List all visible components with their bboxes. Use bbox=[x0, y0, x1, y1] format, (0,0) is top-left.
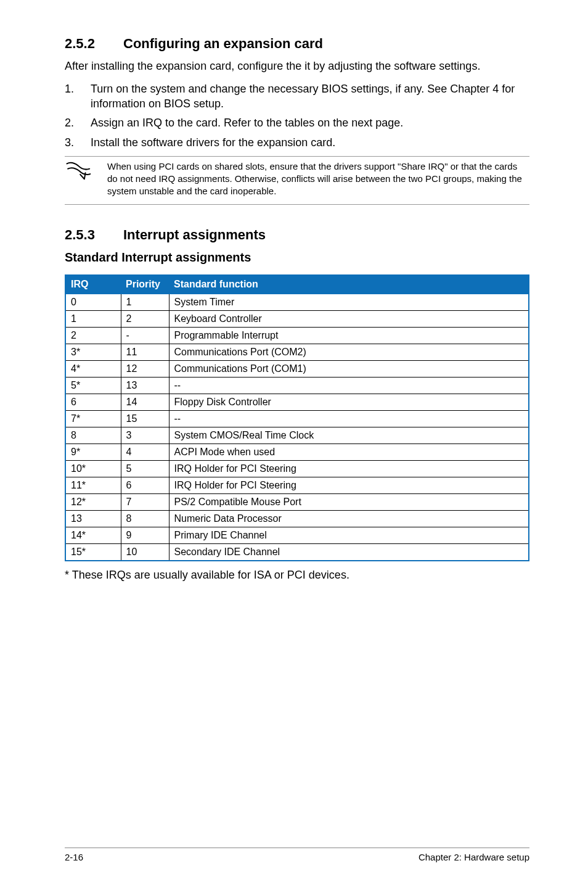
cell-irq: 12* bbox=[65, 493, 121, 510]
table-row: 138Numeric Data Processor bbox=[65, 510, 529, 527]
cell-func: Communications Port (COM1) bbox=[169, 360, 529, 377]
cell-priority: 7 bbox=[121, 493, 169, 510]
step-3: 3.Install the software drivers for the e… bbox=[65, 136, 529, 150]
cell-irq: 8 bbox=[65, 427, 121, 444]
section-title: Configuring an expansion card bbox=[123, 36, 323, 51]
table-row: 2-Programmable Interrupt bbox=[65, 327, 529, 344]
th-priority: Priority bbox=[121, 275, 169, 294]
section-number: 2.5.2 bbox=[65, 36, 123, 52]
cell-priority: 6 bbox=[121, 477, 169, 493]
table-row: 3*11Communications Port (COM2) bbox=[65, 344, 529, 360]
page-footer: 2-16 Chapter 2: Hardware setup bbox=[65, 848, 529, 862]
cell-irq: 2 bbox=[65, 327, 121, 344]
cell-priority: 11 bbox=[121, 344, 169, 360]
cell-irq: 10* bbox=[65, 460, 121, 477]
step-text: Install the software drivers for the exp… bbox=[91, 136, 335, 150]
cell-irq: 11* bbox=[65, 477, 121, 493]
step-text: Turn on the system and change the necess… bbox=[91, 82, 529, 111]
th-function: Standard function bbox=[169, 275, 529, 294]
cell-irq: 1 bbox=[65, 310, 121, 327]
cell-priority: 4 bbox=[121, 444, 169, 460]
cell-func: PS/2 Compatible Mouse Port bbox=[169, 493, 529, 510]
table-row: 11*6IRQ Holder for PCI Steering bbox=[65, 477, 529, 493]
cell-priority: 10 bbox=[121, 543, 169, 561]
section-252-intro: After installing the expansion card, con… bbox=[65, 59, 529, 73]
cell-func: IRQ Holder for PCI Steering bbox=[169, 460, 529, 477]
note-text: When using PCI cards on shared slots, en… bbox=[99, 160, 529, 198]
cell-irq: 0 bbox=[65, 294, 121, 311]
table-row: 12*7PS/2 Compatible Mouse Port bbox=[65, 493, 529, 510]
table-row: 15*10Secondary IDE Channel bbox=[65, 543, 529, 561]
cell-priority: 12 bbox=[121, 360, 169, 377]
cell-irq: 14* bbox=[65, 527, 121, 543]
table-row: 83System CMOS/Real Time Clock bbox=[65, 427, 529, 444]
step-number: 2. bbox=[65, 116, 91, 130]
cell-priority: 15 bbox=[121, 410, 169, 427]
cell-func: -- bbox=[169, 377, 529, 394]
section-253-heading: 2.5.3Interrupt assignments bbox=[65, 227, 529, 243]
note-icon bbox=[65, 160, 99, 198]
steps-list: 1.Turn on the system and change the nece… bbox=[65, 82, 529, 150]
cell-irq: 7* bbox=[65, 410, 121, 427]
table-row: 4*12Communications Port (COM1) bbox=[65, 360, 529, 377]
cell-priority: - bbox=[121, 327, 169, 344]
cell-func: Secondary IDE Channel bbox=[169, 543, 529, 561]
cell-irq: 5* bbox=[65, 377, 121, 394]
cell-irq: 15* bbox=[65, 543, 121, 561]
cell-func: -- bbox=[169, 410, 529, 427]
cell-func: ACPI Mode when used bbox=[169, 444, 529, 460]
cell-func: Primary IDE Channel bbox=[169, 527, 529, 543]
cell-priority: 1 bbox=[121, 294, 169, 311]
cell-func: Programmable Interrupt bbox=[169, 327, 529, 344]
section-252-heading: 2.5.2Configuring an expansion card bbox=[65, 36, 529, 52]
cell-func: System Timer bbox=[169, 294, 529, 311]
table-row: 7*15-- bbox=[65, 410, 529, 427]
note-box: When using PCI cards on shared slots, en… bbox=[65, 156, 529, 205]
step-number: 3. bbox=[65, 136, 91, 150]
cell-irq: 13 bbox=[65, 510, 121, 527]
standard-interrupt-heading: Standard Interrupt assignments bbox=[65, 250, 529, 265]
step-2: 2.Assign an IRQ to the card. Refer to th… bbox=[65, 116, 529, 130]
table-row: 14*9Primary IDE Channel bbox=[65, 527, 529, 543]
table-row: 9*4ACPI Mode when used bbox=[65, 444, 529, 460]
cell-irq: 9* bbox=[65, 444, 121, 460]
table-row: 10*5IRQ Holder for PCI Steering bbox=[65, 460, 529, 477]
cell-func: Numeric Data Processor bbox=[169, 510, 529, 527]
cell-func: Floppy Disk Controller bbox=[169, 394, 529, 410]
cell-func: IRQ Holder for PCI Steering bbox=[169, 477, 529, 493]
irq-table: IRQ Priority Standard function 01System … bbox=[65, 274, 529, 561]
cell-func: Keyboard Controller bbox=[169, 310, 529, 327]
step-text: Assign an IRQ to the card. Refer to the … bbox=[91, 116, 403, 130]
cell-irq: 3* bbox=[65, 344, 121, 360]
cell-priority: 9 bbox=[121, 527, 169, 543]
step-number: 1. bbox=[65, 82, 91, 111]
cell-priority: 5 bbox=[121, 460, 169, 477]
table-row: 12Keyboard Controller bbox=[65, 310, 529, 327]
section-number: 2.5.3 bbox=[65, 227, 123, 243]
table-row: 614Floppy Disk Controller bbox=[65, 394, 529, 410]
cell-priority: 14 bbox=[121, 394, 169, 410]
table-row: 5*13-- bbox=[65, 377, 529, 394]
cell-priority: 13 bbox=[121, 377, 169, 394]
cell-priority: 3 bbox=[121, 427, 169, 444]
section-title: Interrupt assignments bbox=[123, 227, 266, 242]
th-irq: IRQ bbox=[65, 275, 121, 294]
footer-page-number: 2-16 bbox=[65, 852, 83, 862]
step-1: 1.Turn on the system and change the nece… bbox=[65, 82, 529, 111]
table-row: 01System Timer bbox=[65, 294, 529, 311]
footer-chapter: Chapter 2: Hardware setup bbox=[419, 852, 529, 862]
cell-func: System CMOS/Real Time Clock bbox=[169, 427, 529, 444]
cell-irq: 4* bbox=[65, 360, 121, 377]
cell-func: Communications Port (COM2) bbox=[169, 344, 529, 360]
cell-priority: 2 bbox=[121, 310, 169, 327]
cell-irq: 6 bbox=[65, 394, 121, 410]
cell-priority: 8 bbox=[121, 510, 169, 527]
irq-footnote: * These IRQs are usually available for I… bbox=[65, 569, 529, 582]
